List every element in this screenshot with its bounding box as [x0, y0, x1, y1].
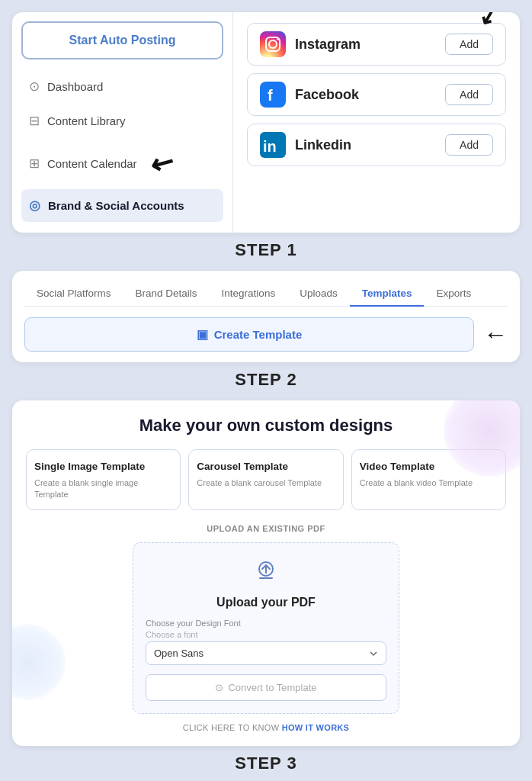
instagram-add-button[interactable]: Add [445, 34, 493, 55]
linkedin-logo: in [260, 132, 286, 158]
sidebar-item-label: Content Calendar [47, 157, 137, 170]
font-select[interactable]: Open Sans [146, 641, 386, 665]
facebook-name: Facebook [295, 87, 436, 103]
linkedin-row: in Linkedin Add [247, 124, 506, 166]
tab-templates[interactable]: Templates [350, 281, 425, 307]
convert-icon: ⊙ [215, 682, 223, 693]
sidebar-item-label: Dashboard [47, 80, 103, 93]
template-cards-row: Single Image Template Create a blank sin… [26, 449, 506, 511]
arrow-instagram-indicator: ↙ [476, 12, 501, 31]
content-calendar-icon: ⊞ [29, 156, 40, 172]
bg-decoration-2 [12, 624, 66, 700]
step3-panel: Make your own custom designs Single Imag… [12, 400, 520, 747]
facebook-logo: f [260, 82, 286, 108]
tabs-row: Social Platforms Brand Details Integrati… [24, 281, 508, 307]
instagram-name: Instagram [295, 37, 436, 53]
step1-panel: Start Auto Posting ⊙ Dashboard ⊟ Content… [12, 12, 520, 233]
single-image-template-title: Single Image Template [34, 461, 172, 472]
sidebar-item-content-library[interactable]: ⊟ Content Library [21, 104, 223, 137]
tab-exports[interactable]: Exports [424, 281, 483, 307]
convert-label: Convert to Template [228, 682, 316, 693]
create-template-row: ▣ Create Template ← [24, 317, 508, 352]
upload-pdf-title: Upload your PDF [146, 596, 386, 609]
svg-text:f: f [268, 87, 273, 104]
step1-label: STEP 1 [12, 240, 520, 260]
sidebar-item-label: Content Library [47, 114, 126, 127]
tab-integrations[interactable]: Integrations [210, 281, 288, 307]
convert-to-template-button[interactable]: ⊙ Convert to Template [146, 674, 386, 701]
create-template-button[interactable]: ▣ Create Template [24, 317, 474, 352]
sidebar-item-dashboard[interactable]: ⊙ Dashboard [21, 70, 223, 103]
step2-panel: Social Platforms Brand Details Integrati… [12, 271, 520, 362]
upload-icon [146, 558, 386, 591]
create-template-icon: ▣ [197, 327, 208, 342]
sidebar-item-brand-social[interactable]: ◎ Brand & Social Accounts [21, 189, 223, 222]
step3-label: STEP 3 [12, 754, 520, 773]
svg-rect-0 [260, 31, 286, 57]
linkedin-name: Linkedin [295, 137, 436, 153]
instagram-row: ↙ [247, 23, 506, 66]
create-template-label: Create Template [214, 328, 303, 341]
social-accounts-panel: ↙ [233, 12, 520, 233]
click-here-label: CLICK HERE TO KNOW HOW IT WORKS [26, 723, 506, 732]
arrow-down-indicator: ↙ [144, 143, 180, 182]
instagram-logo [260, 31, 286, 57]
facebook-add-button[interactable]: Add [445, 84, 493, 105]
upload-section-label: UPLOAD AN EXISTING PDF [26, 524, 506, 533]
how-it-works-link[interactable]: HOW IT WORKS [282, 723, 350, 732]
step2-label: STEP 2 [12, 370, 520, 390]
sidebar-item-content-calendar[interactable]: ⊞ Content Calendar ↙ [21, 139, 223, 188]
arrow-left-indicator: ← [483, 320, 508, 349]
brand-social-icon: ◎ [29, 198, 40, 214]
carousel-template-title: Carousel Template [197, 461, 335, 472]
facebook-row: f Facebook Add [247, 73, 506, 116]
linkedin-add-button[interactable]: Add [445, 134, 493, 156]
svg-point-3 [277, 38, 278, 40]
font-placeholder-label: Choose a font [146, 630, 386, 639]
content-library-icon: ⊟ [29, 113, 40, 129]
start-auto-posting-button[interactable]: Start Auto Posting [21, 21, 223, 59]
tab-brand-details[interactable]: Brand Details [123, 281, 210, 307]
carousel-template-card[interactable]: Carousel Template Create a blank carouse… [188, 449, 343, 511]
sidebar-item-label: Brand & Social Accounts [48, 199, 184, 212]
custom-designs-title: Make your own custom designs [26, 416, 506, 435]
single-image-template-desc: Create a blank single image Template [34, 477, 172, 501]
video-template-desc: Create a blank video Template [360, 477, 498, 489]
svg-rect-4 [260, 82, 286, 108]
single-image-template-card[interactable]: Single Image Template Create a blank sin… [26, 449, 181, 511]
tab-social-platforms[interactable]: Social Platforms [24, 281, 123, 307]
upload-pdf-box[interactable]: Upload your PDF Choose your Design Font … [133, 542, 399, 714]
tab-uploads[interactable]: Uploads [287, 281, 350, 307]
svg-text:in: in [263, 138, 277, 155]
sidebar: Start Auto Posting ⊙ Dashboard ⊟ Content… [12, 12, 233, 233]
font-choose-label: Choose your Design Font [146, 619, 386, 628]
carousel-template-desc: Create a blank carousel Template [197, 477, 335, 489]
dashboard-icon: ⊙ [29, 79, 40, 95]
